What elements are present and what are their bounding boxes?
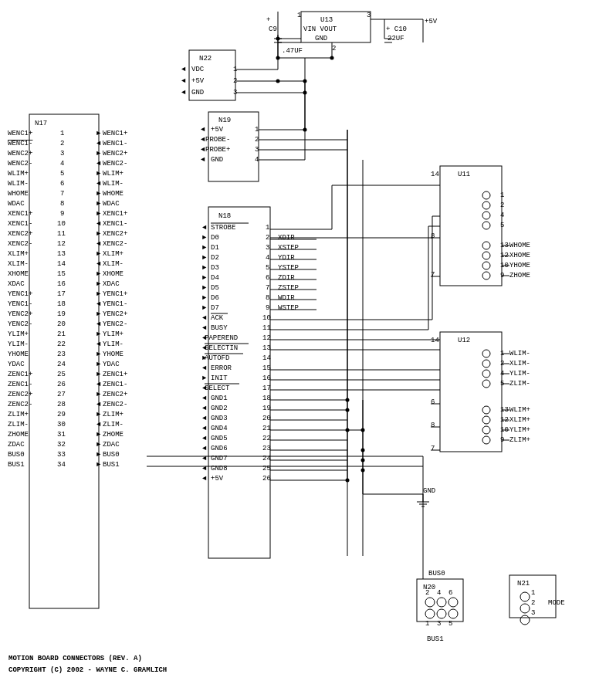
svg-point-139 [361, 428, 365, 432]
n18-gnd1: GND1 [211, 395, 228, 402]
n19-gnd: GND [211, 156, 223, 164]
u13-pin2: 2 [332, 45, 336, 53]
n17-pn4: 4 [60, 160, 64, 168]
n18-d7: D7 [211, 304, 219, 312]
n19-p2: 2 [255, 136, 259, 144]
svg-point-48 [482, 222, 490, 229]
bus0-label-n20: BUS0 [428, 570, 445, 578]
n17-pn18: 18 [57, 300, 66, 308]
svg-point-116 [425, 609, 435, 618]
n19-arr2: ◄ [201, 136, 205, 144]
u11-p14: 14 [431, 171, 439, 178]
n17-bus0: BUS0 [8, 451, 25, 459]
n17-rarr3: ► [96, 150, 101, 158]
u12-zlim-: ZLIM- [509, 380, 530, 388]
sig-zstep: ZSTEP [278, 284, 299, 292]
n18-error: ERROR [211, 364, 232, 372]
n17-xlim+: XLIM+ [8, 250, 29, 258]
n17-ydac: YDAC [8, 361, 25, 368]
n17-pn26: 26 [57, 381, 66, 388]
n19-probe-: PROBE- [205, 136, 230, 144]
svg-point-114 [437, 598, 446, 607]
svg-point-62 [482, 370, 490, 378]
n17-pn5: 5 [60, 170, 64, 178]
n17r-zhome: ZHOME [103, 431, 124, 439]
n18-arr6: ► [202, 274, 207, 282]
n17-rarr34: ► [96, 461, 101, 469]
n18-pn14: 14 [262, 354, 271, 362]
u12-xlim+: XLIM+ [509, 416, 530, 424]
n17-rarr31: ► [96, 431, 101, 439]
n17-xhome: XHOME [8, 270, 29, 278]
n20-p6: 6 [448, 589, 452, 597]
n19-arr1: ◄ [201, 126, 205, 134]
n17r-zdac: ZDAC [103, 441, 120, 449]
n18-arr19: ◄ [202, 405, 207, 412]
n17-pn22: 22 [57, 340, 66, 348]
bus1-label: BUS1 [427, 635, 444, 643]
n17r-wdac: WDAC [103, 200, 120, 208]
n18-d3: D3 [211, 264, 219, 272]
n17-ylim-: YLIM- [8, 340, 29, 348]
n17-rarr32: ► [96, 441, 101, 449]
u11-p7: 7 [431, 271, 435, 279]
u12-zlim+: ZLIM+ [509, 436, 530, 444]
svg-point-34 [303, 91, 307, 95]
n19-p4: 4 [255, 156, 259, 164]
u11-xhome: XHOME [509, 252, 530, 259]
svg-point-63 [482, 380, 490, 388]
svg-point-24 [276, 37, 280, 41]
svg-point-122 [520, 615, 530, 625]
n17-wlim+: WLIM+ [8, 170, 29, 178]
n18-arr21: ◄ [202, 425, 207, 432]
n17-pn3: 3 [60, 150, 64, 158]
n17-zenc2+: ZENC2+ [8, 391, 32, 398]
n17-rarr24: ► [96, 361, 101, 368]
n17-yenc2-: YENC2- [8, 320, 32, 328]
sig-wstep: WSTEP [278, 304, 299, 312]
n22-arr2: ◄ [181, 77, 186, 85]
n17-pn19: 19 [57, 310, 66, 318]
n17r-zlim+: ZLIM+ [103, 411, 124, 418]
n17-rarr10: ◄ [96, 220, 101, 228]
u13-pin1: 1 [297, 12, 301, 19]
n17-wlim-: WLIM- [8, 180, 29, 188]
n19-arr4: ◄ [201, 156, 205, 164]
n17-pn27: 27 [57, 391, 66, 398]
n22-label: N22 [199, 55, 212, 63]
n17-rarr20: ◄ [96, 320, 101, 328]
n17-rarr8: ► [96, 200, 101, 208]
n17-zenc2-: ZENC2- [8, 401, 32, 408]
svg-point-45 [482, 191, 490, 199]
svg-point-46 [482, 202, 490, 209]
n17-rarr22: ◄ [96, 340, 101, 348]
n20-p4: 4 [437, 589, 441, 597]
n17r-wlim-: WLIM- [103, 180, 124, 188]
n17r-yenc2-: YENC2- [103, 320, 127, 328]
n18-pn10: 10 [262, 314, 271, 322]
u12-xlim-: XLIM- [509, 360, 530, 368]
n17-rarr29: ► [96, 411, 101, 418]
n20-p1: 1 [425, 620, 429, 628]
n17-pn16: 16 [57, 280, 66, 288]
n17r-wenc2+: WENC2+ [103, 150, 127, 158]
n18-arr10: ◄ [202, 314, 207, 322]
n17r-xenc1-: XENC1- [103, 220, 127, 228]
n17-xlim-: XLIM- [8, 260, 29, 268]
n17-zlim-: ZLIM- [8, 421, 29, 428]
n18-d0: D0 [211, 234, 219, 242]
n17-zenc1+: ZENC1+ [8, 371, 32, 378]
n17-zlim+: ZLIM+ [8, 411, 29, 418]
n17-pn12: 12 [57, 240, 66, 248]
n17-pn34: 34 [57, 461, 66, 469]
n18-pn17: 17 [262, 384, 271, 392]
u11-out5: 5 [500, 222, 504, 229]
n17-pn21: 21 [57, 330, 66, 338]
n17-rarr21: ► [96, 330, 101, 338]
n18-arr16: ► [202, 374, 207, 382]
n18-d6: D6 [211, 294, 219, 302]
n17-zdac: ZDAC [8, 441, 25, 449]
n18-init: INIT [211, 374, 228, 382]
n18-pn22: 22 [262, 435, 271, 442]
n18-pn26: 26 [262, 475, 271, 483]
